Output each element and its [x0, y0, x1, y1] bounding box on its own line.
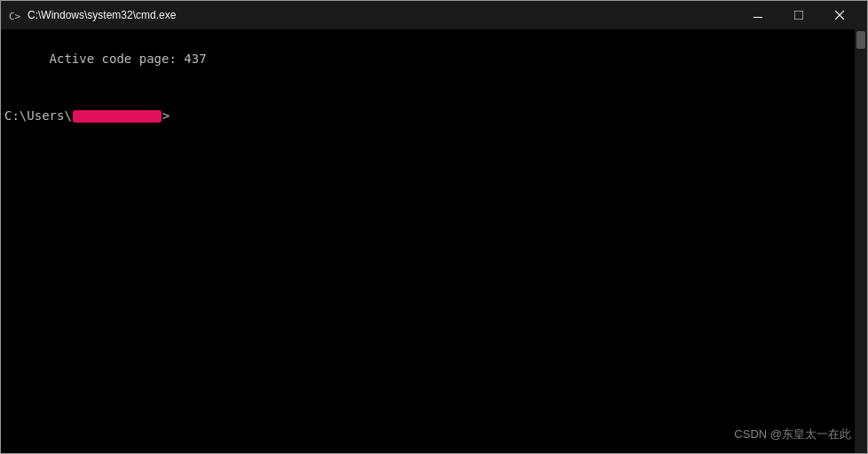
svg-rect-3	[794, 11, 803, 20]
blank-line	[4, 91, 864, 108]
code-page-line: Active code page: 437	[4, 33, 864, 85]
prompt-line: C:\Users\>	[4, 108, 864, 125]
svg-rect-2	[754, 17, 762, 18]
title-bar: C> C:\Windows\system32\cmd.exe	[1, 1, 867, 29]
prompt-prefix: C:\Users\	[4, 108, 72, 125]
maximize-button[interactable]	[778, 1, 819, 29]
prompt-suffix: >	[162, 108, 170, 125]
cmd-icon: C>	[8, 8, 22, 22]
close-button[interactable]	[819, 1, 860, 29]
scrollbar-thumb[interactable]	[856, 31, 865, 49]
console-area[interactable]: Active code page: 437 C:\Users\> CSDN @东…	[1, 29, 867, 453]
window-title: C:\Windows\system32\cmd.exe	[28, 9, 738, 21]
cmd-window: C> C:\Windows\system32\cmd.exe	[0, 0, 868, 454]
minimize-button[interactable]	[738, 1, 778, 29]
watermark: CSDN @东皇太一在此	[734, 426, 851, 442]
window-controls	[738, 1, 860, 29]
redacted-username	[73, 110, 162, 123]
scrollbar[interactable]	[855, 29, 867, 453]
svg-text:C>: C>	[9, 11, 21, 22]
